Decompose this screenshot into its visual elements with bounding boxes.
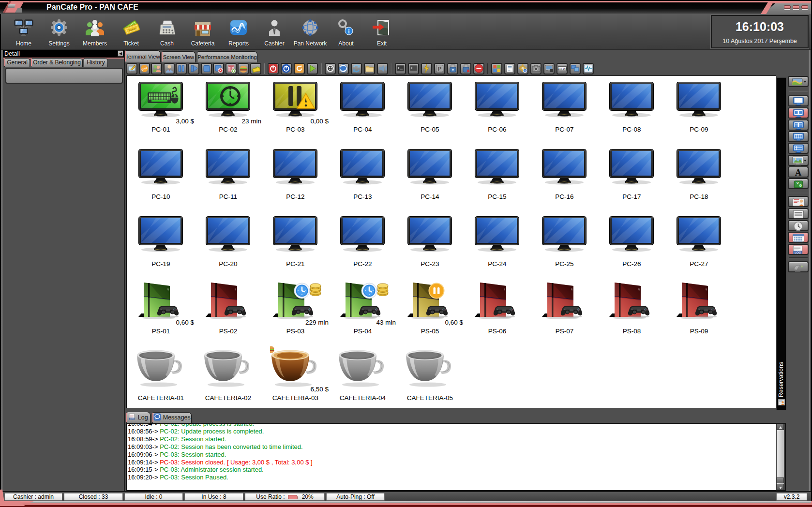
svg-text:LOG: LOG	[795, 251, 801, 254]
svg-text:A: A	[795, 167, 802, 178]
svg-text:192.168: 192.168	[557, 67, 567, 70]
svg-text:G: G	[799, 183, 802, 188]
svg-text:P: P	[438, 66, 441, 72]
svg-text:i: i	[525, 69, 526, 73]
svg-text:V: V	[797, 181, 799, 185]
svg-text:LOG: LOG	[130, 418, 134, 420]
